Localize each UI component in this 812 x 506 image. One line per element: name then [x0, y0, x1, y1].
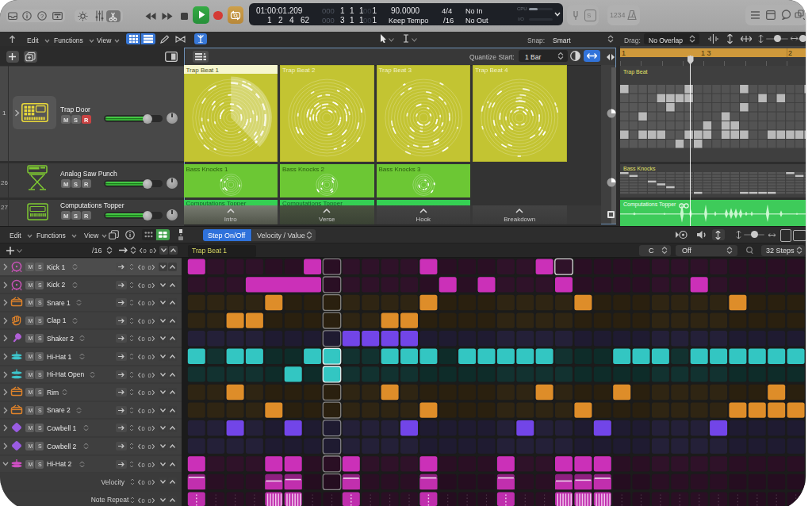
svg-text:0: 0: [147, 497, 151, 504]
svg-text:0: 0: [147, 318, 151, 325]
svg-text:0: 0: [141, 425, 144, 432]
svg-text:0: 0: [147, 479, 151, 486]
svg-text:0: 0: [147, 282, 151, 289]
svg-text:0: 0: [141, 264, 144, 271]
svg-text:0: 0: [141, 282, 144, 289]
svg-text:0: 0: [141, 479, 144, 486]
svg-text:0: 0: [147, 443, 151, 450]
svg-text:0: 0: [141, 389, 144, 397]
svg-text:0: 0: [141, 408, 144, 415]
svg-text:0: 0: [147, 300, 151, 307]
svg-text:0: 0: [147, 389, 151, 397]
svg-text:0: 0: [147, 462, 151, 469]
svg-text:0: 0: [141, 462, 144, 469]
svg-text:0: 0: [141, 497, 144, 504]
svg-text:0: 0: [141, 354, 144, 361]
svg-text:0: 0: [147, 264, 151, 271]
svg-text:0: 0: [141, 443, 144, 450]
svg-text:0: 0: [141, 300, 144, 307]
svg-text:0: 0: [147, 354, 151, 361]
svg-text:0: 0: [147, 335, 151, 343]
svg-text:0: 0: [147, 408, 151, 415]
svg-text:0: 0: [141, 335, 144, 343]
svg-text:0: 0: [147, 425, 151, 432]
svg-text:0: 0: [141, 318, 144, 325]
svg-text:0: 0: [141, 372, 144, 379]
svg-text:0: 0: [147, 372, 151, 379]
